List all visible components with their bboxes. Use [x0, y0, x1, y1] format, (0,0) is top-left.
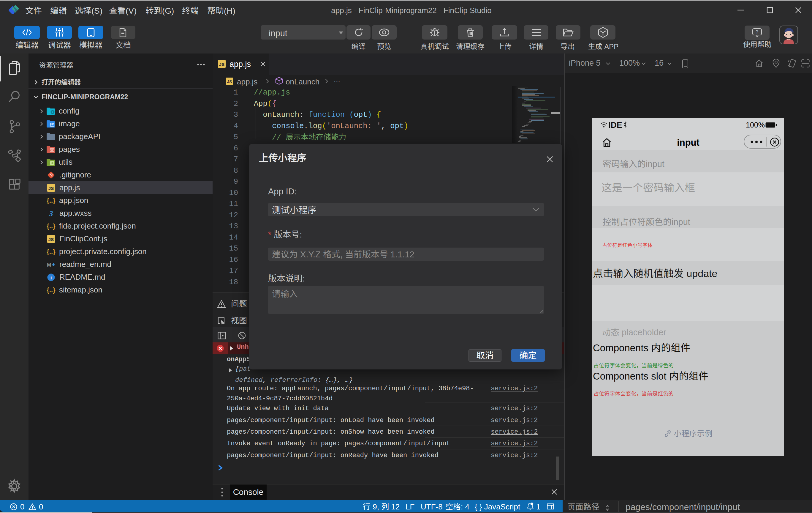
svg-text:{..}: {..}: [47, 222, 56, 230]
svg-text:{..}: {..}: [47, 248, 56, 255]
svg-text:JS: JS: [49, 186, 54, 191]
svg-text:{..}: {..}: [47, 197, 56, 204]
svg-text:i: i: [51, 275, 52, 280]
svg-text:JS: JS: [219, 62, 225, 67]
svg-text:?: ?: [756, 29, 759, 34]
svg-text:JS: JS: [227, 79, 232, 84]
svg-text:3: 3: [49, 209, 53, 218]
svg-text:M: M: [47, 262, 51, 268]
svg-text:{..}: {..}: [47, 286, 56, 294]
svg-text:JS: JS: [49, 237, 54, 242]
